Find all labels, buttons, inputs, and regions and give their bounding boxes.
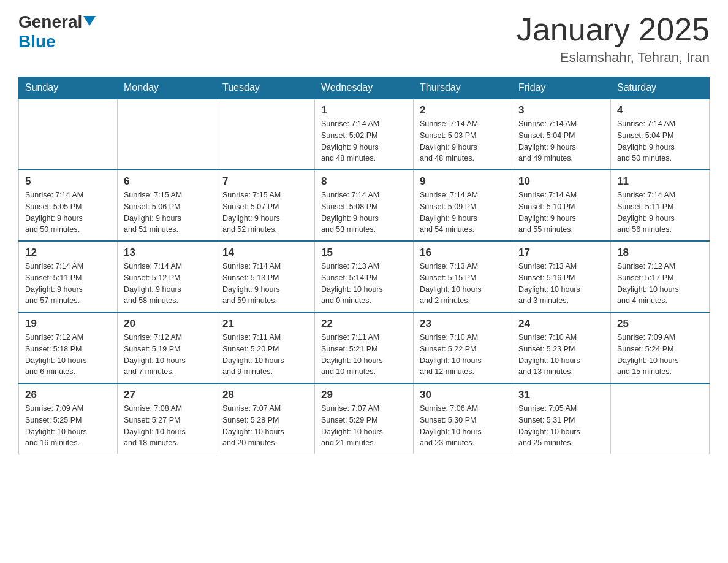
day-info: Sunrise: 7:06 AMSunset: 5:30 PMDaylight:…: [420, 403, 506, 449]
calendar-cell: 19Sunrise: 7:12 AMSunset: 5:18 PMDayligh…: [19, 312, 118, 383]
weekday-header-tuesday: Tuesday: [216, 77, 315, 99]
calendar-cell: 17Sunrise: 7:13 AMSunset: 5:16 PMDayligh…: [512, 241, 611, 312]
day-info: Sunrise: 7:12 AMSunset: 5:17 PMDaylight:…: [617, 261, 703, 307]
calendar-cell: 20Sunrise: 7:12 AMSunset: 5:19 PMDayligh…: [118, 312, 216, 383]
day-number: 28: [222, 389, 308, 401]
calendar-cell: 12Sunrise: 7:14 AMSunset: 5:11 PMDayligh…: [19, 241, 118, 312]
day-info: Sunrise: 7:09 AMSunset: 5:25 PMDaylight:…: [25, 403, 111, 449]
calendar-cell: 26Sunrise: 7:09 AMSunset: 5:25 PMDayligh…: [19, 383, 118, 454]
day-info: Sunrise: 7:11 AMSunset: 5:21 PMDaylight:…: [321, 332, 407, 378]
calendar-cell: [118, 99, 216, 170]
day-number: 10: [518, 175, 604, 188]
day-number: 13: [124, 247, 210, 259]
day-info: Sunrise: 7:14 AMSunset: 5:08 PMDaylight:…: [321, 190, 407, 236]
calendar-week-row: 5Sunrise: 7:14 AMSunset: 5:05 PMDaylight…: [19, 170, 710, 241]
calendar-cell: 11Sunrise: 7:14 AMSunset: 5:11 PMDayligh…: [611, 170, 710, 241]
day-info: Sunrise: 7:10 AMSunset: 5:23 PMDaylight:…: [518, 332, 604, 378]
day-number: 24: [518, 318, 604, 330]
calendar-cell: 9Sunrise: 7:14 AMSunset: 5:09 PMDaylight…: [414, 170, 512, 241]
day-info: Sunrise: 7:14 AMSunset: 5:10 PMDaylight:…: [518, 190, 604, 236]
day-number: 22: [321, 318, 407, 330]
day-info: Sunrise: 7:11 AMSunset: 5:20 PMDaylight:…: [222, 332, 308, 378]
calendar-cell: [216, 99, 315, 170]
calendar-cell: 27Sunrise: 7:08 AMSunset: 5:27 PMDayligh…: [118, 383, 216, 454]
calendar-cell: 8Sunrise: 7:14 AMSunset: 5:08 PMDaylight…: [315, 170, 414, 241]
calendar-cell: 2Sunrise: 7:14 AMSunset: 5:03 PMDaylight…: [414, 99, 512, 170]
day-info: Sunrise: 7:14 AMSunset: 5:09 PMDaylight:…: [420, 190, 506, 236]
day-number: 29: [321, 389, 407, 401]
logo-general-text: General: [18, 12, 82, 32]
day-info: Sunrise: 7:09 AMSunset: 5:24 PMDaylight:…: [617, 332, 703, 378]
day-number: 20: [124, 318, 210, 330]
title-block: January 2025 Eslamshahr, Tehran, Iran: [517, 12, 710, 66]
day-number: 8: [321, 175, 407, 188]
calendar-week-row: 12Sunrise: 7:14 AMSunset: 5:11 PMDayligh…: [19, 241, 710, 312]
day-number: 2: [420, 104, 506, 117]
day-number: 25: [617, 318, 703, 330]
day-number: 4: [617, 104, 703, 117]
day-number: 26: [25, 389, 111, 401]
calendar-cell: [611, 383, 710, 454]
calendar-table: SundayMondayTuesdayWednesdayThursdayFrid…: [18, 77, 710, 454]
day-info: Sunrise: 7:07 AMSunset: 5:28 PMDaylight:…: [222, 403, 308, 449]
day-info: Sunrise: 7:14 AMSunset: 5:04 PMDaylight:…: [518, 118, 604, 164]
day-number: 17: [518, 247, 604, 259]
calendar-cell: 10Sunrise: 7:14 AMSunset: 5:10 PMDayligh…: [512, 170, 611, 241]
day-number: 15: [321, 247, 407, 259]
location-label: Eslamshahr, Tehran, Iran: [517, 50, 710, 66]
day-number: 6: [124, 175, 210, 188]
day-number: 1: [321, 104, 407, 117]
weekday-header-monday: Monday: [118, 77, 216, 99]
day-number: 31: [518, 389, 604, 401]
calendar-cell: 7Sunrise: 7:15 AMSunset: 5:07 PMDaylight…: [216, 170, 315, 241]
calendar-week-row: 26Sunrise: 7:09 AMSunset: 5:25 PMDayligh…: [19, 383, 710, 454]
calendar-week-row: 19Sunrise: 7:12 AMSunset: 5:18 PMDayligh…: [19, 312, 710, 383]
day-info: Sunrise: 7:14 AMSunset: 5:11 PMDaylight:…: [617, 190, 703, 236]
day-number: 9: [420, 175, 506, 188]
calendar-cell: [19, 99, 118, 170]
calendar-week-row: 1Sunrise: 7:14 AMSunset: 5:02 PMDaylight…: [19, 99, 710, 170]
day-info: Sunrise: 7:14 AMSunset: 5:11 PMDaylight:…: [25, 261, 111, 307]
day-number: 14: [222, 247, 308, 259]
calendar-cell: 31Sunrise: 7:05 AMSunset: 5:31 PMDayligh…: [512, 383, 611, 454]
calendar-cell: 6Sunrise: 7:15 AMSunset: 5:06 PMDaylight…: [118, 170, 216, 241]
weekday-header-friday: Friday: [512, 77, 611, 99]
calendar-cell: 1Sunrise: 7:14 AMSunset: 5:02 PMDaylight…: [315, 99, 414, 170]
day-number: 21: [222, 318, 308, 330]
day-info: Sunrise: 7:08 AMSunset: 5:27 PMDaylight:…: [124, 403, 210, 449]
calendar-cell: 24Sunrise: 7:10 AMSunset: 5:23 PMDayligh…: [512, 312, 611, 383]
calendar-cell: 3Sunrise: 7:14 AMSunset: 5:04 PMDaylight…: [512, 99, 611, 170]
calendar-cell: 25Sunrise: 7:09 AMSunset: 5:24 PMDayligh…: [611, 312, 710, 383]
day-number: 30: [420, 389, 506, 401]
calendar-cell: 15Sunrise: 7:13 AMSunset: 5:14 PMDayligh…: [315, 241, 414, 312]
day-info: Sunrise: 7:15 AMSunset: 5:07 PMDaylight:…: [222, 190, 308, 236]
calendar-cell: 30Sunrise: 7:06 AMSunset: 5:30 PMDayligh…: [414, 383, 512, 454]
weekday-header-sunday: Sunday: [19, 77, 118, 99]
day-info: Sunrise: 7:14 AMSunset: 5:12 PMDaylight:…: [124, 261, 210, 307]
day-info: Sunrise: 7:14 AMSunset: 5:13 PMDaylight:…: [222, 261, 308, 307]
calendar-cell: 29Sunrise: 7:07 AMSunset: 5:29 PMDayligh…: [315, 383, 414, 454]
calendar-cell: 4Sunrise: 7:14 AMSunset: 5:04 PMDaylight…: [611, 99, 710, 170]
calendar-cell: 5Sunrise: 7:14 AMSunset: 5:05 PMDaylight…: [19, 170, 118, 241]
month-title: January 2025: [517, 12, 710, 47]
calendar-cell: 23Sunrise: 7:10 AMSunset: 5:22 PMDayligh…: [414, 312, 512, 383]
calendar-cell: 21Sunrise: 7:11 AMSunset: 5:20 PMDayligh…: [216, 312, 315, 383]
day-number: 5: [25, 175, 111, 188]
logo-triangle-icon: [83, 16, 96, 26]
day-info: Sunrise: 7:14 AMSunset: 5:04 PMDaylight:…: [617, 118, 703, 164]
calendar-cell: 18Sunrise: 7:12 AMSunset: 5:17 PMDayligh…: [611, 241, 710, 312]
day-number: 3: [518, 104, 604, 117]
day-number: 23: [420, 318, 506, 330]
weekday-header-thursday: Thursday: [414, 77, 512, 99]
day-info: Sunrise: 7:13 AMSunset: 5:14 PMDaylight:…: [321, 261, 407, 307]
day-info: Sunrise: 7:12 AMSunset: 5:19 PMDaylight:…: [124, 332, 210, 378]
day-info: Sunrise: 7:13 AMSunset: 5:15 PMDaylight:…: [420, 261, 506, 307]
day-info: Sunrise: 7:07 AMSunset: 5:29 PMDaylight:…: [321, 403, 407, 449]
day-info: Sunrise: 7:14 AMSunset: 5:02 PMDaylight:…: [321, 118, 407, 164]
logo: General Blue: [18, 12, 97, 52]
page-header: General Blue January 2025 Eslamshahr, Te…: [18, 12, 710, 66]
day-info: Sunrise: 7:05 AMSunset: 5:31 PMDaylight:…: [518, 403, 604, 449]
day-number: 16: [420, 247, 506, 259]
weekday-header-wednesday: Wednesday: [315, 77, 414, 99]
calendar-cell: 13Sunrise: 7:14 AMSunset: 5:12 PMDayligh…: [118, 241, 216, 312]
